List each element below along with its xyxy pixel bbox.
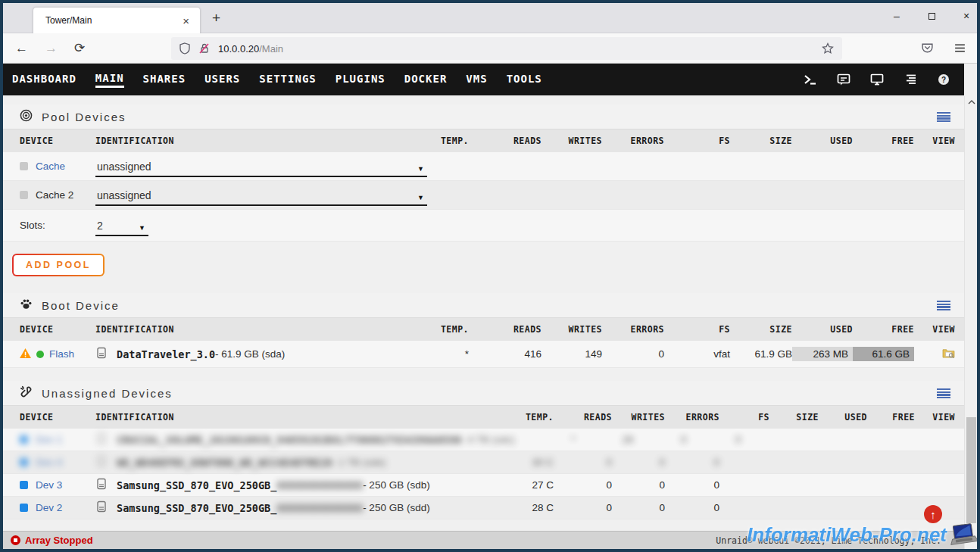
feedback-icon[interactable] — [837, 73, 850, 86]
close-button[interactable]: × — [960, 10, 972, 22]
tab-close-icon[interactable]: × — [179, 14, 192, 27]
chevron-down-icon: ▼ — [417, 194, 424, 201]
laptop-watermark-icon — [948, 522, 977, 549]
page-scrollbar[interactable] — [964, 96, 977, 549]
back-button[interactable]: ← — [15, 41, 28, 56]
svg-text:?: ? — [941, 76, 946, 84]
nav-item-docker[interactable]: DOCKER — [404, 73, 448, 86]
device-identification: DataTraveler_3.0 — [117, 348, 215, 360]
tab-title: Tower/Main — [45, 15, 179, 26]
nav-item-tools[interactable]: TOOLS — [507, 73, 542, 86]
boot-device-section-header: Boot Device — [3, 293, 964, 317]
broken-chain-icon — [20, 385, 33, 401]
add-pool-button[interactable]: ADD POOL — [12, 254, 105, 276]
device-link[interactable]: Dev 4 — [36, 457, 62, 468]
table-settings-icon[interactable] — [937, 301, 950, 310]
browser-tab[interactable]: Tower/Main × — [33, 8, 200, 33]
redacted-serial: XXXXXXXXXXXXXX — [276, 502, 363, 514]
nav-item-main[interactable]: MAIN — [95, 72, 124, 88]
tab-strip: Tower/Main × + – × — [3, 3, 977, 33]
device-identification: Samsung_SSD_870_EVO_250GB_ — [117, 479, 276, 491]
table-row: Dev 4 WD_WD40EFRX_68WT0N0_WD_WCC4E4DTRE2… — [3, 451, 964, 474]
device-link[interactable]: Dev 1 — [36, 434, 62, 445]
chevron-down-icon: ▼ — [139, 224, 145, 232]
nav-item-users[interactable]: USERS — [204, 73, 240, 86]
device-assignment-select[interactable]: unassigned ▼ — [95, 156, 427, 177]
nav-item-settings[interactable]: SETTINGS — [259, 73, 316, 86]
device-link[interactable]: Flash — [49, 348, 74, 360]
chevron-down-icon: ▼ — [417, 165, 424, 173]
nav-item-shares[interactable]: SHARES — [143, 73, 186, 86]
shield-icon[interactable] — [179, 42, 192, 55]
drive-icon — [95, 478, 108, 493]
scrollbar-up-arrow[interactable] — [965, 98, 977, 110]
free-size-badge: 61.6 GB — [853, 347, 914, 361]
table-settings-icon[interactable] — [937, 388, 950, 398]
help-icon[interactable]: ? — [937, 73, 950, 86]
table-row: Cache unassigned ▼ — [3, 152, 964, 181]
nav-item-plugins[interactable]: PLUGINS — [336, 73, 385, 86]
drive-icon — [95, 455, 108, 470]
device-status-icon — [20, 435, 28, 444]
slots-select[interactable]: 2 ▼ — [95, 215, 148, 236]
device-status-icon — [20, 458, 28, 466]
nav-item-dashboard[interactable]: DASHBOARD — [12, 73, 76, 86]
drive-icon — [95, 432, 108, 448]
slots-row: Slots: 2 ▼ — [3, 210, 964, 242]
url-path: /Main — [259, 43, 283, 55]
redacted-serial: XXXXXXXXXXXXXX — [276, 479, 363, 491]
used-size-badge: 263 MB — [792, 347, 853, 361]
insecure-lock-icon[interactable] — [198, 42, 211, 55]
bookmark-star-icon[interactable] — [822, 42, 835, 55]
browse-flash-icon[interactable] — [942, 349, 955, 360]
url-bar[interactable]: 10.0.0.20/Main — [171, 37, 842, 60]
drive-icon — [95, 347, 108, 362]
log-icon[interactable] — [904, 73, 917, 86]
green-status-icon — [36, 348, 44, 361]
array-stopped-icon — [11, 535, 20, 545]
main-content: Pool Devices DEVICEIDENTIFICATION TEMP.R… — [3, 104, 964, 519]
status-footer: Array Stopped Unraid® webGui ©2021, Lime… — [3, 531, 964, 549]
unassigned-devices-section-header: Unassigned Devices — [3, 381, 964, 405]
device-assignment-select[interactable]: unassigned ▼ — [95, 185, 427, 206]
table-row: Dev 3 Samsung_SSD_870_EVO_250GB_XXXXXXXX… — [3, 474, 964, 497]
new-tab-button[interactable]: + — [212, 10, 220, 27]
table-row: Dev 1 CRUCIAL_VOLUME_20190109CH_94059282… — [3, 429, 964, 451]
device-link[interactable]: Dev 3 — [36, 479, 62, 491]
device-link[interactable]: Cache — [36, 161, 65, 172]
drive-icon — [95, 501, 108, 516]
pool-devices-section-header: Pool Devices — [3, 104, 964, 129]
nav-item-vms[interactable]: VMS — [466, 73, 487, 86]
device-status-icon — [20, 481, 28, 489]
boot-device-row: Flash DataTraveler_3.0 - 61.9 GB (sda) *… — [3, 341, 964, 368]
device-identification: Samsung_SSD_870_EVO_250GB_ — [117, 502, 276, 514]
boot-table-header: DEVICEIDENTIFICATION TEMP.READS WRITESER… — [3, 317, 964, 341]
menu-hamburger-icon[interactable] — [953, 42, 966, 55]
device-link[interactable]: Dev 2 — [36, 502, 62, 513]
terminal-icon[interactable] — [804, 73, 817, 86]
table-row: Dev 2 Samsung_SSD_870_EVO_250GB_XXXXXXXX… — [3, 497, 964, 519]
window-controls: – × — [891, 3, 972, 29]
browser-window: Tower/Main × + – × ← → ⟳ 10.0.0.20/Main — [3, 3, 977, 549]
scroll-to-top-button[interactable]: ↑ — [924, 505, 942, 523]
maximize-button[interactable] — [925, 10, 938, 22]
array-status-label: Array Stopped — [25, 535, 93, 546]
monitor-icon[interactable] — [870, 73, 884, 86]
copyright-text: Unraid® webGui ©2021, Lime Technology, I… — [716, 535, 941, 546]
unraid-nav: DASHBOARD MAIN SHARES USERS SETTINGS PLU… — [3, 64, 964, 95]
scrollbar-thumb[interactable] — [966, 417, 976, 523]
table-settings-icon[interactable] — [937, 112, 950, 122]
section-title: Unassigned Devices — [42, 387, 173, 400]
device-status-icon — [20, 162, 28, 170]
minimize-button[interactable]: – — [891, 10, 903, 22]
warning-icon[interactable] — [20, 348, 31, 361]
device-label: Cache 2 — [36, 189, 73, 201]
pocket-icon[interactable] — [921, 42, 934, 55]
section-title: Pool Devices — [42, 111, 126, 123]
device-status-icon — [20, 504, 28, 512]
forward-button[interactable]: → — [45, 41, 58, 56]
reload-button[interactable]: ⟳ — [74, 40, 85, 56]
unassigned-table-header: DEVICEIDENTIFICATION TEMP.READS WRITESER… — [3, 405, 964, 429]
browser-toolbar: ← → ⟳ 10.0.0.20/Main — [3, 33, 977, 64]
slots-label: Slots: — [20, 220, 45, 231]
